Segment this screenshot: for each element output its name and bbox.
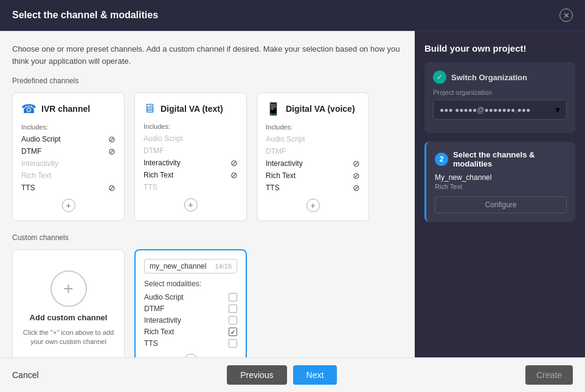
ivr-add-button[interactable]: +: [62, 199, 75, 212]
close-button[interactable]: ✕: [559, 9, 573, 22]
dva-text-check-3: ⊘: [230, 170, 238, 180]
step-card-select-channels: 2 Select the channels & modalities My_ne…: [424, 142, 575, 222]
dva-text-modality-4: TTS ⊘: [144, 182, 238, 192]
channel-name-input-wrapper: 14/16: [144, 259, 237, 273]
channel-name-input[interactable]: [150, 262, 210, 270]
dva-voice-check-2: ⊘: [353, 159, 360, 168]
ivr-check-1: ⊘: [108, 146, 116, 156]
dva-text-modality-name-1: DTMF: [144, 146, 164, 155]
ivr-icon: ☎: [21, 101, 36, 116]
step-1-dropdown-text: ●●● ●●●●●@●●●●●●●.●●●: [440, 106, 530, 114]
build-title: Build your own project!: [424, 43, 575, 53]
custom-channel-card-selected[interactable]: 14/16 Select modalities: Audio Script DT…: [134, 249, 247, 357]
dva-voice-modality-name-0: Audio Script: [266, 135, 305, 143]
custom-modality-row-3: Rich Text ✓: [144, 328, 237, 336]
ivr-modality-name-4: TTS: [21, 184, 35, 192]
dva-text-add-button[interactable]: +: [184, 198, 198, 211]
custom-modality-checkbox-2[interactable]: [229, 316, 237, 325]
dva-voice-includes-label: Includes:: [266, 123, 360, 131]
modal-container: Select the channel & modalities ✕ Choose…: [0, 0, 585, 392]
modal-footer: Cancel Previous Next Create: [0, 357, 585, 392]
dva-voice-modality-0: Audio Script ⊘: [266, 134, 360, 144]
add-custom-plus-icon: +: [50, 270, 87, 307]
step-2-modality: Rich Text: [435, 183, 567, 190]
dva-voice-check-3: ⊘: [353, 171, 360, 181]
step-2-title: Select the channels & modalities: [453, 150, 567, 168]
add-custom-channel-card[interactable]: + Add custom channel Click the "+" icon …: [12, 249, 125, 357]
ivr-modality-0: Audio Script ⊘: [21, 134, 116, 144]
step-1-check-icon: ✓: [433, 70, 446, 84]
ivr-modality-2: Interactivity ⊘: [21, 159, 116, 168]
custom-modality-checkbox-3[interactable]: ✓: [229, 328, 237, 336]
dva-voice-add-btn-row: +: [266, 199, 360, 212]
dva-voice-modality-name-4: TTS: [266, 184, 280, 192]
dva-text-channel-card[interactable]: 🖥 Digital VA (text) Includes: Audio Scri…: [134, 92, 247, 221]
ivr-modality-3: Rich Text ⊘: [21, 171, 116, 181]
dva-text-check-2: ⊘: [230, 158, 238, 168]
dva-voice-card-title: Digital VA (voice): [286, 104, 355, 114]
dva-text-card-header: 🖥 Digital VA (text): [144, 101, 238, 115]
custom-channels-row: + Add custom channel Click the "+" icon …: [12, 249, 403, 357]
custom-modality-label-2: Interactivity: [144, 316, 181, 325]
ivr-card-header: ☎ IVR channel: [21, 101, 116, 116]
add-custom-hint: Click the "+" icon above to add your own…: [21, 328, 116, 347]
dva-voice-modality-name-2: Interactivity: [266, 159, 303, 168]
step-1-header: ✓ Switch Organization: [433, 70, 567, 84]
dva-text-modality-3: Rich Text ⊘: [144, 170, 238, 180]
custom-modality-checkbox-4[interactable]: [229, 339, 237, 348]
chevron-down-icon: ▾: [555, 104, 560, 115]
predefined-channels-row: ☎ IVR channel Includes: Audio Script ⊘ D…: [12, 92, 403, 221]
custom-modality-row-1: DTMF: [144, 304, 237, 313]
step-1-dropdown[interactable]: ●●● ●●●●●@●●●●●●●.●●● ▾: [433, 100, 567, 120]
ivr-channel-card[interactable]: ☎ IVR channel Includes: Audio Script ⊘ D…: [12, 92, 125, 221]
configure-button[interactable]: Configure: [435, 196, 567, 213]
dva-voice-modality-name-3: Rich Text: [266, 171, 296, 180]
dva-voice-channel-card[interactable]: 📱 Digital VA (voice) Includes: Audio Scr…: [257, 92, 369, 221]
step-1-title: Switch Organization: [451, 73, 527, 82]
right-panel: Build your own project! ✓ Switch Organiz…: [415, 31, 585, 357]
select-modalities-label: Select modalities:: [144, 280, 237, 288]
dva-text-card-title: Digital VA (text): [161, 104, 223, 114]
description-text: Choose one or more preset channels. Add …: [12, 43, 403, 67]
dva-text-add-btn-row: +: [144, 198, 238, 211]
predefined-section-label: Predefined channels: [12, 77, 403, 85]
modal-title: Select the channel & modalities: [12, 10, 158, 21]
left-panel: Choose one or more preset channels. Add …: [0, 31, 415, 357]
ivr-add-btn-row: +: [21, 199, 116, 212]
step-2-number: 2: [435, 153, 448, 166]
char-count: 14/16: [215, 263, 232, 270]
ivr-check-0: ⊘: [108, 134, 116, 144]
modal-body: Choose one or more preset channels. Add …: [0, 31, 585, 357]
create-button[interactable]: Create: [525, 365, 573, 385]
ivr-modality-name-2: Interactivity: [21, 159, 58, 168]
dva-text-modality-name-2: Interactivity: [144, 159, 181, 167]
ivr-modality-name-1: DTMF: [21, 147, 41, 156]
previous-button[interactable]: Previous: [227, 365, 286, 385]
custom-modality-label-1: DTMF: [144, 304, 164, 313]
next-button[interactable]: Next: [293, 365, 338, 385]
step-card-switch-org: ✓ Switch Organization Project organizati…: [424, 62, 575, 133]
dva-voice-add-button[interactable]: +: [306, 199, 320, 212]
modal-header: Select the channel & modalities ✕: [0, 0, 585, 31]
ivr-check-4: ⊘: [108, 183, 116, 193]
custom-modality-row-4: TTS: [144, 339, 237, 348]
step-2-header: 2 Select the channels & modalities: [435, 150, 567, 168]
dva-text-icon: 🖥: [144, 101, 156, 115]
dva-text-includes-label: Includes:: [144, 123, 238, 130]
custom-modality-checkbox-0[interactable]: [229, 293, 237, 301]
dva-voice-modality-4: TTS ⊘: [266, 183, 360, 193]
custom-modality-checkbox-1[interactable]: [229, 304, 237, 313]
custom-modality-row-0: Audio Script: [144, 293, 237, 301]
cancel-button[interactable]: Cancel: [12, 370, 39, 380]
step-1-detail-label: Project organization: [433, 89, 567, 96]
dva-voice-icon: 📱: [266, 101, 281, 116]
custom-modality-label-3: Rich Text: [144, 328, 174, 336]
dva-voice-modality-2: Interactivity ⊘: [266, 159, 360, 168]
dva-text-modality-name-0: Audio Script: [144, 134, 183, 143]
dva-voice-modality-1: DTMF ⊘: [266, 146, 360, 156]
ivr-modality-name-3: Rich Text: [21, 171, 51, 180]
dva-voice-check-4: ⊘: [353, 183, 360, 193]
step-2-channel-name: My_new_channel: [435, 173, 567, 182]
add-custom-title: Add custom channel: [30, 313, 108, 322]
custom-modality-row-2: Interactivity: [144, 316, 237, 325]
